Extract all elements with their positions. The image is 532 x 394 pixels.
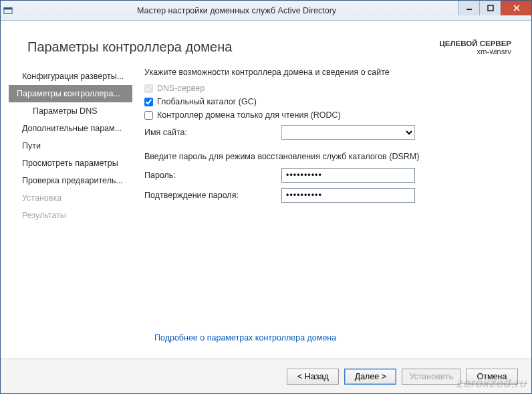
wizard-nav: Конфигурация разверты...Параметры контро… xyxy=(9,65,132,359)
learn-more-block: Подробнее о параметрах контроллера домен… xyxy=(154,333,336,342)
rodc-row: Контроллер домена только для чтения (ROD… xyxy=(144,110,509,120)
svg-line-5 xyxy=(514,5,519,11)
window-title: Мастер настройки доменных служб Active D… xyxy=(15,6,458,15)
nav-step-1[interactable]: Параметры контроллера... xyxy=(9,85,132,102)
global-catalog-label: Глобальный каталог (GC) xyxy=(157,97,257,106)
header: Параметры контроллера домена ЦЕЛЕВОЙ СЕР… xyxy=(1,21,531,65)
wizard-window: Мастер настройки доменных служб Active D… xyxy=(0,0,532,394)
capabilities-instruction: Укажите возможности контроллера домена и… xyxy=(144,68,509,77)
site-name-select[interactable] xyxy=(281,125,415,140)
nav-step-8: Результаты xyxy=(9,207,132,224)
nav-step-0[interactable]: Конфигурация разверты... xyxy=(9,68,132,85)
svg-rect-1 xyxy=(4,7,12,9)
dns-server-row: DNS-сервер xyxy=(144,84,509,93)
footer: < Назад Далее > Установить Отмена xyxy=(1,359,531,393)
svg-rect-3 xyxy=(488,5,493,11)
install-button: Установить xyxy=(402,369,460,385)
global-catalog-row: Глобальный каталог (GC) xyxy=(144,97,509,106)
target-server-name: xm-winsrv xyxy=(439,47,511,56)
nav-step-7: Установка xyxy=(9,189,132,207)
body: Конфигурация разверты...Параметры контро… xyxy=(1,65,531,359)
close-button[interactable] xyxy=(501,1,531,15)
svg-line-4 xyxy=(514,5,519,11)
page-heading: Параметры контроллера домена xyxy=(27,39,232,55)
dns-server-checkbox xyxy=(144,84,153,93)
nav-step-5[interactable]: Просмотреть параметры xyxy=(9,155,132,172)
nav-step-6[interactable]: Проверка предваритель... xyxy=(9,172,132,189)
learn-more-link[interactable]: Подробнее о параметрах контроллера домен… xyxy=(154,333,336,342)
maximize-button[interactable] xyxy=(479,1,501,15)
password-label: Пароль: xyxy=(144,171,281,180)
next-button[interactable]: Далее > xyxy=(344,369,396,385)
cancel-button[interactable]: Отмена xyxy=(466,369,518,385)
rodc-label: Контроллер домена только для чтения (ROD… xyxy=(157,110,341,120)
target-server-label: ЦЕЛЕВОЙ СЕРВЕР xyxy=(439,39,511,47)
site-name-label: Имя сайта: xyxy=(144,128,281,137)
nav-step-3[interactable]: Дополнительные парам... xyxy=(9,120,132,137)
titlebar: Мастер настройки доменных служб Active D… xyxy=(1,1,531,21)
site-name-row: Имя сайта: xyxy=(144,125,509,140)
password-input[interactable] xyxy=(281,168,415,183)
rodc-checkbox[interactable] xyxy=(144,111,153,120)
target-server-block: ЦЕЛЕВОЙ СЕРВЕР xm-winsrv xyxy=(439,39,511,56)
password-row: Пароль: xyxy=(144,168,509,183)
confirm-password-row: Подтверждение пароля: xyxy=(144,188,509,203)
confirm-password-label: Подтверждение пароля: xyxy=(144,191,281,200)
minimize-button[interactable] xyxy=(458,1,479,15)
app-icon xyxy=(1,6,15,15)
dns-server-label: DNS-сервер xyxy=(157,84,205,93)
back-button[interactable]: < Назад xyxy=(287,369,339,385)
confirm-password-input[interactable] xyxy=(281,188,415,203)
nav-step-4[interactable]: Пути xyxy=(9,137,132,155)
nav-step-2[interactable]: Параметры DNS xyxy=(9,102,132,120)
dsrm-instruction: Введите пароль для режима восстановления… xyxy=(144,152,509,161)
content-panel: Укажите возможности контроллера домена и… xyxy=(132,65,523,359)
window-buttons xyxy=(458,1,531,20)
global-catalog-checkbox[interactable] xyxy=(144,98,153,106)
